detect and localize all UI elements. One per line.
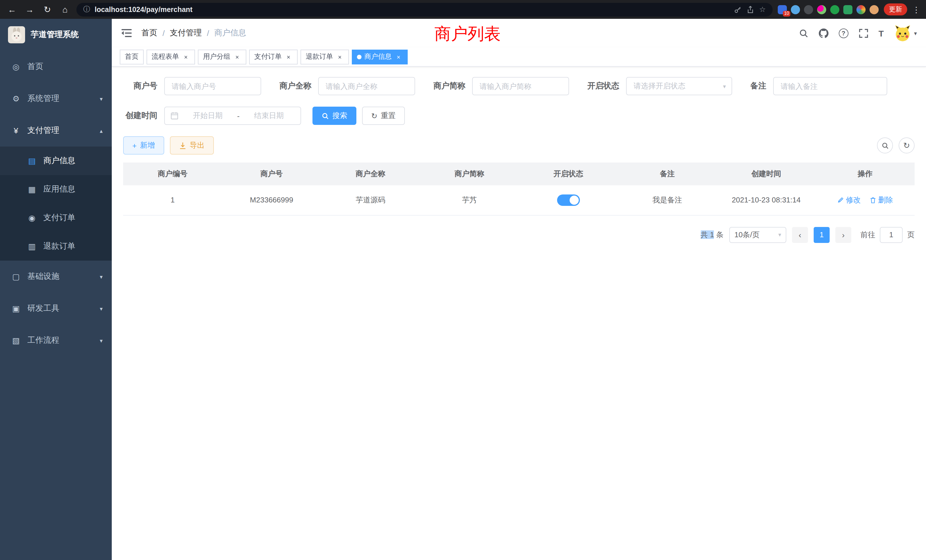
goto-page: 前往 页 — [861, 227, 915, 243]
edit-link[interactable]: 修改 — [837, 195, 861, 205]
address-bar[interactable]: ⓘ localhost:1024/pay/merchant ☆ — [76, 3, 773, 16]
infrastructure-icon: ▢ — [11, 272, 21, 281]
merchant-card-icon: ▤ — [27, 156, 36, 165]
extension-color-icon[interactable] — [817, 5, 826, 14]
search-button[interactable]: 搜索 — [312, 107, 356, 125]
fullscreen-icon[interactable] — [859, 28, 869, 38]
sidebar-item-merchant-info[interactable]: ▤ 商户信息 — [0, 147, 112, 175]
sidebar-item-dev-tools[interactable]: ▣ 研发工具 ▾ — [0, 292, 112, 324]
sidebar-item-label: 基础设施 — [27, 271, 59, 282]
tab-home[interactable]: 首页 — [120, 49, 144, 64]
order-icon: ◉ — [27, 213, 36, 222]
extension-pinwheel-icon[interactable] — [856, 5, 865, 14]
tab-merchant-info[interactable]: 商户信息 × — [352, 49, 408, 64]
tab-pay-order[interactable]: 支付订单 × — [249, 49, 298, 64]
search-icon[interactable] — [799, 28, 808, 38]
tab-label: 用户分组 — [203, 52, 230, 62]
browser-back-icon[interactable]: ← — [6, 3, 18, 16]
sidebar-item-label: 工作流程 — [27, 335, 59, 345]
tab-close-icon[interactable]: × — [233, 53, 241, 60]
tab-refund-order[interactable]: 退款订单 × — [301, 49, 349, 64]
extension-drop-icon[interactable] — [791, 5, 800, 14]
breadcrumb-payment[interactable]: 支付管理 — [170, 28, 202, 38]
sidebar-item-infrastructure[interactable]: ▢ 基础设施 ▾ — [0, 260, 112, 292]
delete-link[interactable]: 删除 — [870, 195, 893, 205]
refresh-table-button[interactable]: ↻ — [899, 138, 915, 153]
sidebar-item-workflow[interactable]: ▧ 工作流程 ▾ — [0, 324, 112, 356]
filter-row-1: 商户号 商户全称 商户简称 开启状态 请选择开启状态 ▾ — [123, 77, 915, 95]
sidebar-item-payment[interactable]: ¥ 支付管理 ▴ — [0, 115, 112, 147]
logo-avatar — [8, 26, 25, 43]
user-avatar[interactable]: ▾ — [894, 24, 917, 42]
trash-icon — [870, 197, 876, 204]
reset-button[interactable]: ↻ 重置 — [362, 107, 405, 125]
extension-dark-icon[interactable] — [804, 5, 813, 14]
extension-green-square-icon[interactable] — [843, 5, 852, 14]
bookmark-star-icon[interactable]: ☆ — [759, 5, 766, 14]
refresh-icon: ↻ — [371, 112, 377, 120]
app-logo[interactable]: 芋道管理系统 — [0, 19, 112, 51]
url-text[interactable]: localhost:1024/pay/merchant — [95, 5, 729, 14]
short-name-input[interactable] — [472, 77, 569, 95]
remark-input[interactable] — [773, 77, 887, 95]
col-header-status: 开启状态 — [519, 162, 618, 185]
sidebar-item-pay-order[interactable]: ◉ 支付订单 — [0, 204, 112, 232]
tab-user-group[interactable]: 用户分组 × — [198, 49, 246, 64]
calendar-icon — [171, 112, 179, 120]
browser-home-icon[interactable]: ⌂ — [59, 3, 71, 16]
tab-label: 支付订单 — [254, 52, 282, 62]
extension-green-circle-icon[interactable] — [830, 5, 839, 14]
page-1-button[interactable]: 1 — [814, 227, 830, 243]
navbar: 首页 / 支付管理 / 商户信息 商户列表 ? T — [112, 19, 926, 47]
extensions-puzzle-icon[interactable]: 10 — [778, 5, 787, 14]
tab-close-icon[interactable]: × — [395, 53, 402, 60]
tab-process-form[interactable]: 流程表单 × — [147, 49, 195, 64]
hamburger-icon[interactable] — [121, 28, 132, 38]
add-button[interactable]: + 新增 — [123, 136, 164, 154]
show-search-toggle-button[interactable] — [877, 138, 893, 153]
sidebar-item-label: 首页 — [27, 62, 43, 72]
full-name-label: 商户全称 — [279, 81, 311, 91]
sidebar-item-system[interactable]: ⚙ 系统管理 ▾ — [0, 83, 112, 115]
help-icon[interactable]: ? — [839, 28, 849, 38]
browser-reload-icon[interactable]: ↻ — [41, 3, 54, 16]
chevron-down-icon: ▾ — [100, 337, 103, 344]
extension-icons: 10 — [778, 5, 879, 14]
tab-close-icon[interactable]: × — [182, 53, 190, 60]
password-key-icon[interactable] — [734, 5, 742, 14]
chrome-update-button[interactable]: 更新 — [884, 3, 907, 15]
navbar-actions: ? T — [799, 24, 917, 42]
status-select[interactable]: 请选择开启状态 ▾ — [626, 77, 732, 95]
sidebar-item-label: 支付管理 — [27, 126, 59, 136]
status-toggle[interactable] — [557, 194, 580, 206]
tab-close-icon[interactable]: × — [284, 53, 292, 60]
github-icon[interactable] — [819, 28, 829, 38]
browser-menu-icon[interactable]: ⋮ — [912, 5, 920, 14]
status-label: 开启状态 — [587, 81, 619, 91]
share-icon[interactable] — [747, 5, 755, 14]
next-page-button[interactable]: › — [835, 227, 851, 243]
merchant-no-input[interactable] — [164, 77, 261, 95]
export-button[interactable]: 导出 — [169, 136, 213, 154]
prev-page-button[interactable]: ‹ — [792, 227, 808, 243]
goto-page-input[interactable] — [880, 227, 903, 243]
profile-avatar-icon[interactable] — [870, 5, 879, 14]
page-annotation-text: 商户列表 — [434, 23, 501, 45]
date-range-picker[interactable]: 开始日期 - 结束日期 — [164, 107, 301, 125]
site-info-icon[interactable]: ⓘ — [83, 5, 90, 14]
sidebar-item-home[interactable]: ◎ 首页 — [0, 51, 112, 83]
page-size-select[interactable]: 10条/页 ▾ — [729, 227, 786, 243]
col-header-actions: 操作 — [816, 162, 915, 185]
browser-forward-icon[interactable]: → — [23, 3, 36, 16]
font-size-icon[interactable]: T — [879, 28, 884, 38]
search-icon — [322, 112, 329, 120]
filter-short-name: 商户简称 — [433, 77, 569, 95]
download-icon — [179, 142, 186, 149]
breadcrumb-home[interactable]: 首页 — [141, 28, 157, 38]
sidebar-item-app-info[interactable]: ▦ 应用信息 — [0, 175, 112, 204]
full-name-input[interactable] — [318, 77, 415, 95]
delete-link-label: 删除 — [878, 195, 893, 205]
tab-close-icon[interactable]: × — [336, 53, 344, 60]
chevron-down-icon: ▾ — [778, 232, 781, 238]
sidebar-item-refund-order[interactable]: ▥ 退款订单 — [0, 232, 112, 260]
